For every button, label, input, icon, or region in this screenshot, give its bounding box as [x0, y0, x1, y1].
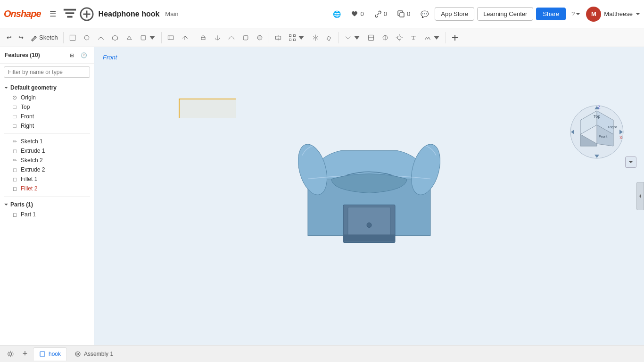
tree-item-part1[interactable]: ◻ Part 1 [0, 210, 94, 219]
tab-hook-label: hook [49, 351, 61, 357]
fillet2-label: Fillet 2 [21, 185, 37, 192]
default-geometry-group[interactable]: Default geometry [0, 82, 94, 93]
extrude2-label: Extrude 2 [21, 166, 45, 173]
sketch-label: Sketch [39, 34, 58, 41]
doc-branch: Main [165, 10, 178, 17]
fillet-tool[interactable] [239, 31, 252, 45]
bottom-settings-btn[interactable] [4, 347, 17, 361]
svg-point-27 [397, 36, 401, 40]
extrude1-label: Extrude 1 [21, 148, 45, 154]
feature-display-btn[interactable]: ⊞ [66, 50, 77, 60]
front-plane-tool[interactable] [66, 31, 79, 45]
curve-tool[interactable] [94, 31, 107, 45]
app-store-button[interactable]: App Store [435, 7, 474, 21]
right-panel-toggle[interactable] [636, 182, 644, 210]
text-btn[interactable] [407, 31, 420, 45]
features-title: Features (10) [5, 52, 65, 58]
mirror-tool[interactable] [309, 31, 322, 45]
tree-item-right[interactable]: □ Right [0, 121, 94, 131]
user-avatar[interactable]: M [586, 7, 601, 22]
tree-item-sketch1[interactable]: ✏ Sketch 1 [0, 137, 94, 146]
links-count: 0 [384, 10, 387, 17]
redo-button[interactable]: ↪ [16, 31, 26, 45]
tab-hook[interactable]: hook [33, 347, 67, 361]
view-front-tool[interactable] [164, 31, 177, 45]
fillet2-icon: ◻ [11, 185, 18, 192]
parts-group[interactable]: Parts (1) [0, 199, 94, 210]
dropdown-tool-1[interactable] [137, 31, 159, 45]
tree-item-origin[interactable]: ⊙ Origin [0, 93, 94, 102]
tree-item-fillet1[interactable]: ◻ Fillet 1 [0, 174, 94, 184]
svg-rect-11 [168, 36, 173, 40]
help-button[interactable]: ? [569, 8, 583, 19]
dimension-dropdown[interactable] [421, 31, 443, 45]
view-dropdown[interactable] [341, 31, 363, 45]
comment-button[interactable]: 💬 [417, 7, 432, 22]
svg-text:Top: Top [594, 114, 601, 119]
tree-item-fillet2[interactable]: ◻ Fillet 2 [0, 184, 94, 193]
chamfer-tool[interactable] [253, 31, 266, 45]
likes-button[interactable]: 0 [347, 8, 368, 20]
svg-point-57 [77, 353, 79, 355]
svg-point-8 [84, 35, 89, 40]
tree-item-sketch2[interactable]: ✏ Sketch 2 [0, 156, 94, 165]
plane-icon: □ [11, 104, 18, 110]
circle-tool[interactable] [80, 31, 93, 45]
tab-assembly1[interactable]: Assembly 1 [69, 347, 119, 361]
pattern-tool[interactable] [286, 31, 308, 45]
undo-button[interactable]: ↩ [4, 31, 15, 45]
plane-tool[interactable] [323, 31, 336, 45]
polygon-tool[interactable] [108, 31, 122, 45]
tab-assembly1-label: Assembly 1 [84, 351, 113, 357]
add-feature-button[interactable] [80, 7, 94, 21]
section-view-btn[interactable] [379, 31, 392, 45]
filter-button[interactable] [63, 7, 77, 21]
tree-item-top[interactable]: □ Top [0, 102, 94, 112]
svg-rect-15 [243, 35, 248, 40]
render-btn[interactable] [393, 31, 406, 45]
fillet1-label: Fillet 1 [21, 176, 37, 182]
origin-label: Origin [21, 94, 36, 101]
view-top-tool[interactable] [178, 31, 191, 45]
extrude-tool[interactable] [197, 31, 210, 45]
share-button[interactable]: Share [536, 8, 566, 20]
cube-dropdown[interactable] [625, 156, 636, 168]
appearance-btn[interactable] [364, 31, 378, 45]
svg-rect-43 [343, 235, 395, 242]
part1-label: Part 1 [21, 211, 36, 218]
svg-rect-10 [141, 35, 146, 40]
svg-rect-22 [293, 39, 295, 41]
main-layout: Features (10) ⊞ 🕐 Default geometry ⊙ Ori… [0, 47, 644, 345]
filter-input[interactable] [4, 66, 90, 78]
plus-tool[interactable] [448, 31, 462, 45]
tree-item-front[interactable]: □ Front [0, 112, 94, 121]
links-button[interactable]: 0 [371, 8, 391, 20]
copies-button[interactable]: 0 [394, 8, 414, 20]
user-name[interactable]: Mattheese [604, 10, 633, 17]
tree-item-extrude1[interactable]: ◻ Extrude 1 [0, 146, 94, 156]
add-tab-button[interactable]: + [19, 348, 31, 360]
solid-tool[interactable] [123, 31, 136, 45]
sketch-icon: ✏ [11, 138, 18, 145]
part-icon: ◻ [11, 211, 18, 218]
top-label: Top [21, 104, 30, 110]
section-tool[interactable] [272, 31, 285, 45]
right-label: Right [21, 123, 34, 129]
onshape-logo[interactable]: Onshape [4, 8, 41, 19]
tree-item-extrude2[interactable]: ◻ Extrude 2 [0, 165, 94, 174]
viewport[interactable]: Front [94, 47, 644, 345]
history-btn[interactable]: 🕐 [79, 50, 89, 60]
likes-count: 0 [361, 10, 364, 17]
globe-button[interactable]: 🌐 [330, 7, 345, 22]
svg-text:Front: Front [599, 134, 608, 139]
sketch-button[interactable]: Sketch [27, 31, 61, 45]
svg-rect-20 [289, 39, 291, 41]
learning-center-button[interactable]: Learning Center [477, 7, 533, 21]
svg-text:Z: Z [598, 105, 601, 109]
nav-cube[interactable]: Top Front Right X Z [569, 104, 625, 160]
sweep-tool[interactable] [225, 31, 238, 45]
default-geometry-label: Default geometry [10, 84, 57, 91]
revolve-tool[interactable] [211, 31, 224, 45]
menu-button[interactable]: ☰ [46, 7, 60, 21]
tree-separator-2 [4, 196, 90, 197]
